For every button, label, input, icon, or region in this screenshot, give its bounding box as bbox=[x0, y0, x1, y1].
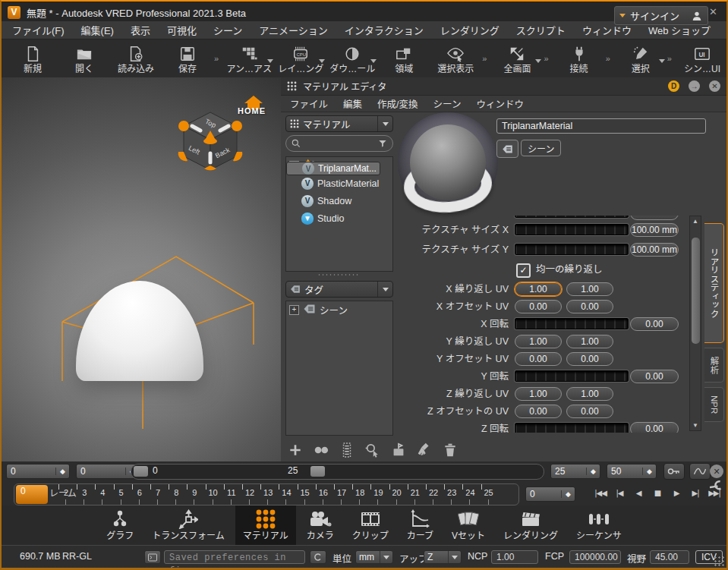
value-field-u[interactable]: 0.00 bbox=[515, 352, 562, 366]
fullscreen-button[interactable]: 全画面 bbox=[491, 39, 543, 77]
value-field-u[interactable]: 0.00 bbox=[515, 300, 562, 313]
curve-mode-button[interactable] bbox=[689, 463, 711, 480]
value-field-v[interactable]: 1.00 bbox=[566, 387, 613, 401]
connect-button[interactable]: 接続 bbox=[553, 39, 605, 77]
tab-解析[interactable]: 解析 bbox=[704, 348, 724, 383]
refresh-button[interactable] bbox=[310, 550, 326, 564]
range-max-spinner[interactable]: 50◆ bbox=[607, 464, 657, 479]
tag-button[interactable] bbox=[496, 140, 518, 158]
close-icon[interactable]: ✕ bbox=[709, 80, 720, 92]
trash-icon[interactable] bbox=[442, 442, 459, 458]
value-field-v[interactable]: 0.00 bbox=[566, 405, 613, 418]
tree-item-TriplanarMat...[interactable]: VTriplanarMat... bbox=[286, 162, 380, 175]
menu-インタラクション[interactable]: インタラクション bbox=[345, 23, 424, 37]
menu-レンダリング[interactable]: レンダリング bbox=[440, 23, 500, 37]
dock-rendering[interactable]: レンダリング bbox=[496, 505, 566, 545]
overflow-chevron[interactable]: » bbox=[606, 54, 610, 63]
chevron-down-icon[interactable] bbox=[535, 59, 541, 63]
tag-list-dropdown[interactable]: タグ bbox=[285, 281, 393, 298]
zoom-select-icon[interactable] bbox=[364, 442, 381, 458]
step-back-button[interactable]: |◀ bbox=[611, 485, 628, 500]
expander-icon[interactable]: + bbox=[289, 305, 299, 315]
overflow-chevron[interactable]: » bbox=[544, 54, 548, 63]
timeline-start-spinner[interactable]: 0◆ bbox=[6, 464, 70, 479]
me-menu-作成/変換[interactable]: 作成/変換 bbox=[377, 96, 418, 111]
show-selection-button[interactable]: 選択表示 bbox=[430, 39, 481, 77]
close-icon[interactable]: ✕ bbox=[709, 8, 717, 16]
dock-curve[interactable]: カーブ bbox=[399, 505, 441, 545]
slider-Z 回転[interactable] bbox=[515, 423, 629, 433]
slider-テクスチャ サイズ X[interactable] bbox=[515, 224, 629, 235]
value-field[interactable]: 100.00 mm bbox=[630, 243, 679, 257]
unit-select[interactable]: mm bbox=[355, 550, 393, 564]
menu-編集(E)[interactable]: 編集(E) bbox=[81, 23, 114, 37]
slider-テクスチャ サイズ Y[interactable] bbox=[515, 244, 629, 255]
value-field[interactable]: 100.00 mm bbox=[630, 223, 679, 237]
range-min-spinner[interactable]: 25◆ bbox=[550, 464, 600, 479]
properties-scrollbar[interactable]: ▲ ▼ bbox=[689, 216, 701, 431]
terminal-button[interactable] bbox=[144, 550, 161, 564]
uniform-repeat-checkbox[interactable]: ✓ bbox=[516, 263, 531, 278]
dock-sequencer[interactable]: シーケンサ bbox=[569, 505, 629, 545]
downscale-button[interactable]: ダウ…ール bbox=[326, 39, 378, 77]
chevron-down-icon[interactable] bbox=[319, 59, 325, 63]
dock-camera[interactable]: カメラ bbox=[299, 505, 342, 545]
overflow-chevron[interactable]: » bbox=[214, 54, 219, 63]
overflow-chevron[interactable]: » bbox=[482, 54, 487, 63]
timeline-range-bar[interactable]: 0 25 bbox=[131, 464, 544, 480]
stop-button[interactable]: ■ bbox=[649, 485, 666, 500]
fov-field[interactable]: 45.00 bbox=[650, 550, 689, 564]
fcp-field[interactable]: 100000.00 bbox=[569, 550, 621, 564]
timeline-close-icon[interactable]: ✕ bbox=[710, 465, 723, 478]
overflow-chevron[interactable]: » bbox=[667, 54, 672, 63]
chevron-down-icon[interactable] bbox=[267, 59, 273, 63]
scene-button[interactable]: シーン bbox=[521, 140, 561, 156]
splitter-handle[interactable] bbox=[317, 273, 360, 276]
pair-circles-icon[interactable] bbox=[313, 442, 329, 458]
range-right-handle[interactable] bbox=[310, 466, 325, 477]
menu-表示[interactable]: 表示 bbox=[131, 23, 150, 37]
scrollbar-thumb[interactable] bbox=[692, 238, 700, 344]
render-viewport[interactable]: Top Left Back HOME bbox=[2, 77, 282, 461]
new-button[interactable]: 新規 bbox=[7, 39, 58, 77]
value-field-u[interactable]: 0.00 bbox=[515, 405, 562, 418]
dock-vset[interactable]: Vセット bbox=[444, 505, 493, 545]
material-list-dropdown[interactable]: マテリアル bbox=[285, 115, 393, 132]
chevron-down-icon[interactable] bbox=[659, 59, 665, 63]
slider-X 回転[interactable] bbox=[515, 318, 629, 329]
me-menu-シーン[interactable]: シーン bbox=[433, 96, 462, 111]
skip-start-button[interactable]: |◀◀ bbox=[592, 485, 609, 500]
chevron-down-icon[interactable] bbox=[370, 59, 377, 63]
material-preview[interactable] bbox=[395, 112, 503, 222]
value-field-u[interactable]: 1.00 bbox=[515, 387, 562, 401]
value-field-v[interactable]: 0.00 bbox=[566, 300, 613, 313]
resize-grip[interactable] bbox=[714, 556, 724, 566]
frame-ruler[interactable]: 0 レーム 2345678910111213141516171819202122… bbox=[14, 483, 519, 505]
material-search-input[interactable] bbox=[285, 135, 393, 152]
playhead[interactable]: 0 bbox=[16, 485, 48, 504]
key-button[interactable] bbox=[663, 463, 685, 480]
material-name-input[interactable]: TriplanarMaterial bbox=[496, 118, 706, 134]
ladder-icon[interactable] bbox=[339, 442, 355, 458]
range-left-handle[interactable] bbox=[134, 466, 148, 477]
tree-item-Studio[interactable]: ▼Studio bbox=[286, 209, 392, 227]
dock-graph[interactable]: グラフ bbox=[99, 505, 141, 545]
step-forward-button[interactable]: ▶| bbox=[687, 485, 704, 500]
scroll-down-icon[interactable]: ▼ bbox=[691, 422, 700, 429]
play-button[interactable]: ▶ bbox=[668, 485, 685, 500]
undock-arrow-icon[interactable]: → bbox=[689, 80, 700, 92]
dock-transform[interactable]: トランスフォーム bbox=[144, 505, 232, 545]
open-button[interactable]: 開く bbox=[58, 39, 110, 77]
antialiasing-button[interactable]: アン…アス bbox=[223, 39, 275, 77]
default-d-icon[interactable]: D bbox=[668, 80, 679, 92]
value-field[interactable]: 0.00 bbox=[630, 370, 679, 383]
scroll-up-icon[interactable]: ▲ bbox=[691, 218, 700, 225]
menu-ファイル(F)[interactable]: ファイル(F) bbox=[12, 23, 65, 37]
tree-item-PlasticMaterial[interactable]: VPlasticMaterial bbox=[286, 175, 392, 192]
play-back-button[interactable]: ◀ bbox=[630, 485, 647, 500]
simple-ui-button[interactable]: UIシン…UI bbox=[676, 39, 728, 77]
region-button[interactable]: 領域 bbox=[378, 39, 430, 77]
menu-アニメーション[interactable]: アニメーション bbox=[259, 23, 327, 37]
value-field-v[interactable]: 1.00 bbox=[566, 282, 613, 296]
current-frame-spinner[interactable]: 0◆ bbox=[525, 487, 575, 502]
